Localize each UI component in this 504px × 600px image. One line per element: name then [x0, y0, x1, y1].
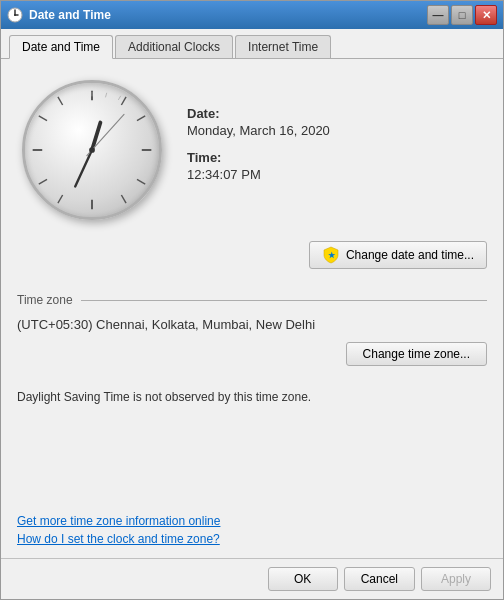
date-time-info: Date: Monday, March 16, 2020 Time: 12:34… [187, 106, 330, 194]
tab-internet-time[interactable]: Internet Time [235, 35, 331, 58]
clock-date-section: Date: Monday, March 16, 2020 Time: 12:34… [17, 75, 487, 225]
tab-bar: Date and Time Additional Clocks Internet… [1, 29, 503, 59]
cancel-button[interactable]: Cancel [344, 567, 415, 591]
change-datetime-label: Change date and time... [346, 248, 474, 262]
dst-note: Daylight Saving Time is not observed by … [17, 390, 487, 404]
window-title: Date and Time [29, 8, 427, 22]
clock-center [89, 147, 95, 153]
svg-text:★: ★ [327, 251, 335, 260]
timezone-section-header: Time zone [17, 293, 487, 307]
timezone-section-label: Time zone [17, 293, 73, 307]
date-value: Monday, March 16, 2020 [187, 123, 330, 138]
set-clock-help-link[interactable]: How do I set the clock and time zone? [17, 532, 487, 546]
links-section: Get more time zone information online Ho… [17, 506, 487, 550]
timezone-value: (UTC+05:30) Chennai, Kolkata, Mumbai, Ne… [17, 317, 487, 332]
apply-button[interactable]: Apply [421, 567, 491, 591]
timezone-divider [81, 300, 487, 301]
bottom-bar: OK Cancel Apply [1, 558, 503, 599]
svg-line-17 [105, 93, 106, 98]
window: Date and Time — □ ✕ Date and Time Additi… [0, 0, 504, 600]
date-label: Date: [187, 106, 330, 121]
change-timezone-button[interactable]: Change time zone... [346, 342, 487, 366]
close-button[interactable]: ✕ [475, 5, 497, 25]
time-value: 12:34:07 PM [187, 167, 330, 182]
svg-line-18 [118, 96, 120, 100]
clock-svg [25, 83, 159, 217]
analog-clock [17, 75, 167, 225]
change-timezone-label: Change time zone... [363, 347, 470, 361]
title-bar: Date and Time — □ ✕ [1, 1, 503, 29]
time-label: Time: [187, 150, 330, 165]
ok-button[interactable]: OK [268, 567, 338, 591]
svg-line-12 [58, 195, 63, 203]
svg-line-14 [39, 116, 47, 121]
title-bar-buttons: — □ ✕ [427, 5, 497, 25]
svg-line-15 [58, 97, 63, 105]
svg-line-9 [137, 116, 145, 121]
svg-point-3 [14, 14, 16, 16]
svg-line-10 [137, 179, 145, 184]
tab-date-time[interactable]: Date and Time [9, 35, 113, 59]
svg-line-8 [121, 97, 126, 105]
timezone-info-link[interactable]: Get more time zone information online [17, 514, 487, 528]
svg-line-13 [39, 179, 47, 184]
clock-face [22, 80, 162, 220]
tab-additional-clocks[interactable]: Additional Clocks [115, 35, 233, 58]
tab-content: Date: Monday, March 16, 2020 Time: 12:34… [1, 59, 503, 558]
svg-line-11 [121, 195, 126, 203]
minute-hand [75, 150, 92, 187]
window-icon [7, 7, 23, 23]
maximize-button[interactable]: □ [451, 5, 473, 25]
minimize-button[interactable]: — [427, 5, 449, 25]
shield-icon: ★ [322, 246, 340, 264]
change-datetime-button[interactable]: ★ Change date and time... [309, 241, 487, 269]
